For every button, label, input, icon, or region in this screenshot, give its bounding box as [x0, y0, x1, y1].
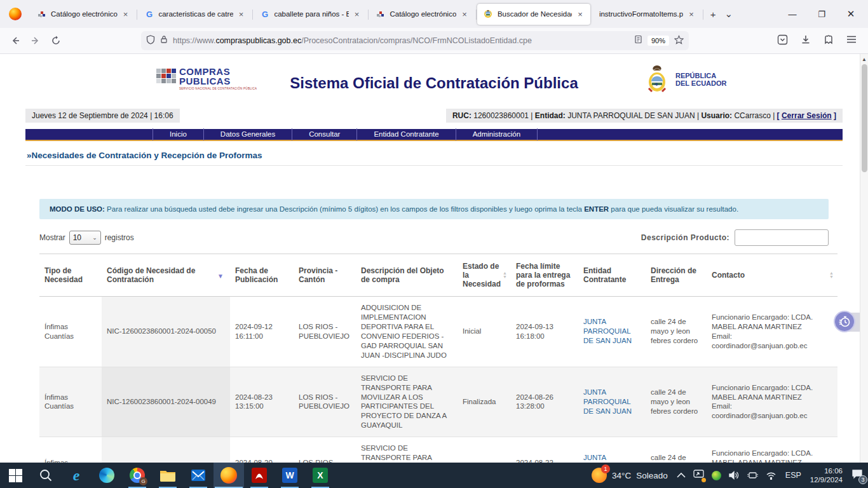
bookmark-star-icon[interactable]: [674, 35, 684, 47]
tab-caracteristicas[interactable]: G caracteristicas de catre ×: [138, 4, 251, 25]
logout-link[interactable]: [ Cerrar Sesión ]: [777, 111, 836, 120]
compras-favicon: [37, 10, 46, 19]
windows-taskbar: e G W: [0, 463, 868, 488]
sidebar-bookmarks-icon[interactable]: [777, 34, 788, 48]
nav-item-inicio[interactable]: Inicio: [153, 128, 204, 140]
descripcion-producto-label: Descripción Producto:: [641, 233, 729, 242]
tab-close-icon[interactable]: ×: [576, 10, 584, 19]
ruc-label: RUC:: [452, 111, 471, 120]
nav-item-datos-generales[interactable]: Datos Generales: [204, 128, 292, 140]
nav-item-entidad-contratante[interactable]: Entidad Contratante: [357, 128, 456, 140]
sort-both-icon: ▲▼: [503, 271, 507, 279]
header-entidad-contratante[interactable]: Entidad Contratante: [578, 254, 646, 297]
downloads-icon[interactable]: [801, 34, 811, 47]
reload-button[interactable]: [46, 30, 66, 51]
header-contacto[interactable]: Contacto▲▼: [707, 254, 837, 297]
cell-codigo: NIC-1260023860001-2024-00048: [102, 437, 230, 463]
lock-icon[interactable]: [160, 35, 168, 46]
tab-instructivo-pdf[interactable]: instructivoFormatoItems.p ×: [593, 4, 702, 25]
extensions-icon[interactable]: [824, 34, 834, 47]
tab-close-icon[interactable]: ×: [122, 10, 130, 19]
tab-title: Catálogo electrónico: [51, 10, 118, 18]
header-tipo-necesidad[interactable]: Tipo de Necesidad: [39, 254, 102, 297]
taskbar-edge-button[interactable]: [92, 463, 122, 488]
tab-close-icon[interactable]: ×: [461, 10, 468, 19]
cell-contacto: Funcionario Encargado: LCDA. MABEL ARANA…: [707, 297, 837, 367]
tab-close-icon[interactable]: ×: [688, 10, 695, 19]
window-maximize-button[interactable]: ❐: [807, 10, 836, 19]
menu-hamburger-icon[interactable]: [846, 35, 857, 46]
zoom-level-badge[interactable]: 90%: [648, 36, 669, 46]
tab-caballete[interactable]: G caballete para niños - B ×: [254, 4, 367, 25]
back-button[interactable]: [5, 30, 25, 51]
shield-icon[interactable]: [146, 35, 155, 47]
window-minimize-button[interactable]: —: [778, 10, 807, 19]
new-tab-button[interactable]: +: [710, 9, 716, 20]
taskbar-acrobat-button[interactable]: [244, 463, 275, 488]
nav-item-consultar[interactable]: Consultar: [292, 128, 357, 140]
tray-antivirus-icon[interactable]: [712, 471, 721, 480]
header-direccion-entrega[interactable]: Dirección de Entrega: [646, 254, 707, 297]
header-provincia-canton[interactable]: Provincia - Cantón: [294, 254, 356, 297]
header-fecha-limite[interactable]: Fecha límite para la entrega de proforma…: [511, 254, 578, 297]
firefox-logo-icon: [9, 8, 22, 20]
tab-close-icon[interactable]: ×: [238, 10, 245, 19]
file-explorer-icon: [159, 468, 176, 482]
cell-fecha-pub: 2024-09-12 16:11:00: [230, 297, 294, 367]
tray-wifi-icon[interactable]: [766, 471, 776, 480]
tab-catalogo-1[interactable]: Catálogo electrónico ×: [31, 4, 135, 25]
taskbar-chrome-button[interactable]: G: [122, 463, 153, 488]
url-bar[interactable]: https://www.compraspublicas.gob.ec/Proce…: [141, 31, 689, 50]
tab-close-icon[interactable]: ×: [353, 10, 361, 19]
nav-item-administracion[interactable]: Administración: [456, 128, 538, 140]
taskbar-clock[interactable]: 16:06 12/9/2024: [810, 466, 843, 484]
taskbar-weather-widget[interactable]: 1 34°C Soleado: [592, 468, 668, 483]
excel-icon: X: [313, 468, 328, 483]
header-fecha-publicacion[interactable]: Fecha de Publicación: [230, 254, 294, 297]
tab-buscador-active[interactable]: Buscador de Necesidad ×: [477, 4, 590, 25]
mail-icon: [191, 468, 206, 483]
start-button[interactable]: [0, 463, 31, 488]
taskbar-mail-button[interactable]: [183, 463, 214, 488]
taskbar-explorer-button[interactable]: [153, 463, 183, 488]
header-estado-necesidad[interactable]: Estado de la Necesidad▲▼: [458, 254, 511, 297]
url-text[interactable]: https://www.compraspublicas.gob.ec/Proce…: [173, 36, 629, 45]
tray-display-icon[interactable]: [693, 470, 704, 482]
header-descripcion-objeto[interactable]: Descripción del Objeto de compra: [356, 254, 458, 297]
cell-provincia: LOS RIOS - PUEBLOVIEJO: [294, 437, 356, 463]
sort-both-icon: ▲▼: [829, 271, 834, 279]
taskbar-ie-button[interactable]: e: [61, 463, 92, 488]
ruc-value: 1260023860001: [473, 111, 529, 120]
tab-catalogo-2[interactable]: Catálogo electrónico ×: [369, 4, 474, 25]
taskbar-word-button[interactable]: W: [275, 463, 305, 488]
records-per-page-select[interactable]: 10 ⌄: [69, 231, 101, 245]
table-row: Ínfimas Cuantías NIC-1260023860001-2024-…: [39, 297, 837, 367]
cell-direccion: calle 24 de mayo y leon febres cordero: [646, 297, 707, 367]
tray-docking-icon[interactable]: [747, 471, 758, 480]
window-close-button[interactable]: ✕: [836, 8, 865, 20]
entidad-link[interactable]: JUNTA PARROQUIAL DE SAN JUAN: [583, 454, 632, 463]
browser-tab-bar: Catálogo electrónico × G caracteristicas…: [0, 0, 868, 28]
forward-button[interactable]: [25, 30, 46, 51]
taskbar-excel-button[interactable]: X: [305, 463, 336, 488]
vertical-scrollbar[interactable]: ▲: [860, 54, 868, 463]
entidad-link[interactable]: JUNTA PARROQUIAL DE SAN JUAN: [583, 388, 632, 415]
taskbar-firefox-button[interactable]: [214, 463, 244, 488]
site-header: COMPRAS PUBLICAS SERVICIO NACIONAL DE CO…: [18, 58, 850, 106]
header-codigo-necesidad[interactable]: Código de Necesidad de Contratación▼: [102, 254, 230, 297]
reader-mode-icon[interactable]: [634, 35, 642, 46]
descripcion-producto-input[interactable]: [735, 229, 829, 246]
scroll-up-arrow[interactable]: ▲: [860, 54, 868, 62]
notification-center-button[interactable]: 3: [851, 469, 863, 482]
table-row: Ínfimas Cuantías NIC-1260023860001-2024-…: [39, 437, 837, 463]
entidad-link[interactable]: JUNTA PARROQUIAL DE SAN JUAN: [583, 318, 632, 344]
tray-chevron-up-icon[interactable]: [677, 472, 686, 478]
tab-list-button[interactable]: ⌄: [725, 8, 733, 20]
tab-title: Catálogo electrónico: [390, 10, 456, 18]
session-timer-widget[interactable]: [834, 311, 859, 334]
scrollbar-thumb[interactable]: [862, 64, 867, 172]
tray-volume-icon[interactable]: [729, 471, 740, 480]
language-indicator[interactable]: ESP: [785, 471, 801, 480]
cell-estado: Finalizada: [458, 367, 511, 437]
taskbar-search-button[interactable]: [31, 463, 61, 488]
